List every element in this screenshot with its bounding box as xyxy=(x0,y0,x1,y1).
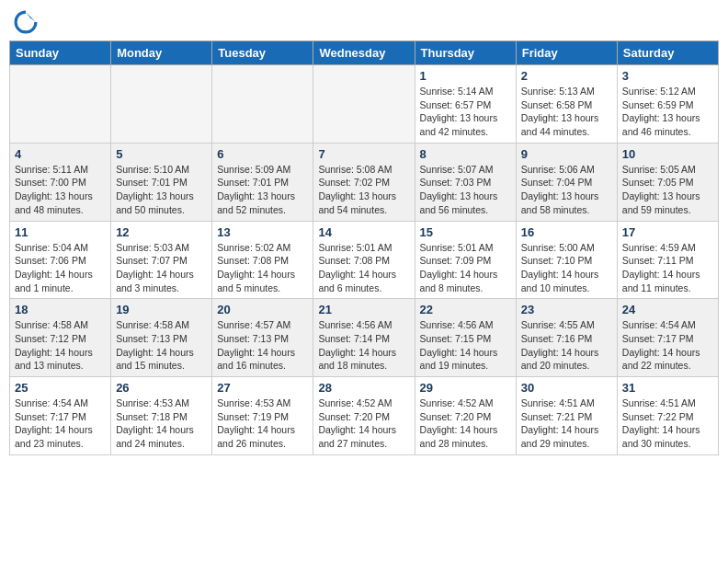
week-row-1: 1Sunrise: 5:14 AMSunset: 6:57 PMDaylight… xyxy=(10,65,719,144)
calendar-cell: 15Sunrise: 5:01 AMSunset: 7:09 PMDayligh… xyxy=(415,221,516,299)
page-header xyxy=(9,9,719,35)
week-row-3: 11Sunrise: 5:04 AMSunset: 7:06 PMDayligh… xyxy=(10,221,719,299)
calendar-cell: 20Sunrise: 4:57 AMSunset: 7:13 PMDayligh… xyxy=(212,299,313,377)
day-info: Sunrise: 5:00 AMSunset: 7:10 PMDaylight:… xyxy=(521,241,612,295)
day-number: 23 xyxy=(521,303,612,316)
calendar-cell: 26Sunrise: 4:53 AMSunset: 7:18 PMDayligh… xyxy=(111,377,212,455)
day-number: 4 xyxy=(15,147,106,161)
day-number: 13 xyxy=(217,225,308,239)
calendar-cell xyxy=(10,65,111,144)
day-number: 22 xyxy=(420,303,511,316)
day-header-monday: Monday xyxy=(111,41,212,65)
day-number: 3 xyxy=(622,69,713,83)
day-number: 19 xyxy=(116,303,207,316)
calendar-cell: 6Sunrise: 5:09 AMSunset: 7:01 PMDaylight… xyxy=(212,143,313,221)
day-number: 7 xyxy=(318,147,409,161)
day-number: 24 xyxy=(622,303,713,316)
day-info: Sunrise: 4:51 AMSunset: 7:22 PMDaylight:… xyxy=(622,396,713,451)
day-info: Sunrise: 5:01 AMSunset: 7:09 PMDaylight:… xyxy=(420,241,511,295)
day-info: Sunrise: 4:53 AMSunset: 7:18 PMDaylight:… xyxy=(116,396,207,451)
day-info: Sunrise: 5:04 AMSunset: 7:06 PMDaylight:… xyxy=(15,241,106,295)
day-info: Sunrise: 4:57 AMSunset: 7:13 PMDaylight:… xyxy=(217,318,308,373)
day-number: 21 xyxy=(318,303,409,316)
calendar-cell: 10Sunrise: 5:05 AMSunset: 7:05 PMDayligh… xyxy=(617,143,718,221)
day-info: Sunrise: 4:51 AMSunset: 7:21 PMDaylight:… xyxy=(521,396,612,451)
calendar-cell: 12Sunrise: 5:03 AMSunset: 7:07 PMDayligh… xyxy=(111,221,212,299)
day-number: 1 xyxy=(420,69,511,83)
logo-icon xyxy=(13,9,39,35)
day-number: 11 xyxy=(15,225,106,239)
calendar-cell: 24Sunrise: 4:54 AMSunset: 7:17 PMDayligh… xyxy=(617,299,718,377)
day-number: 26 xyxy=(116,381,207,395)
day-header-tuesday: Tuesday xyxy=(212,41,313,65)
calendar-cell: 13Sunrise: 5:02 AMSunset: 7:08 PMDayligh… xyxy=(212,221,313,299)
day-number: 25 xyxy=(15,381,106,395)
day-number: 17 xyxy=(622,225,713,239)
day-info: Sunrise: 5:13 AMSunset: 6:58 PMDaylight:… xyxy=(521,85,612,139)
day-info: Sunrise: 5:08 AMSunset: 7:02 PMDaylight:… xyxy=(318,163,409,217)
day-info: Sunrise: 4:52 AMSunset: 7:20 PMDaylight:… xyxy=(420,396,511,451)
day-number: 20 xyxy=(217,303,308,316)
calendar-cell: 14Sunrise: 5:01 AMSunset: 7:08 PMDayligh… xyxy=(313,221,415,299)
day-number: 15 xyxy=(420,225,511,239)
calendar-cell: 11Sunrise: 5:04 AMSunset: 7:06 PMDayligh… xyxy=(10,221,111,299)
calendar-cell: 4Sunrise: 5:11 AMSunset: 7:00 PMDaylight… xyxy=(10,143,111,221)
day-header-friday: Friday xyxy=(516,41,617,65)
day-number: 31 xyxy=(622,381,713,395)
day-number: 9 xyxy=(521,147,612,161)
day-info: Sunrise: 5:09 AMSunset: 7:01 PMDaylight:… xyxy=(217,163,308,217)
day-info: Sunrise: 5:11 AMSunset: 7:00 PMDaylight:… xyxy=(15,163,106,217)
calendar-cell: 25Sunrise: 4:54 AMSunset: 7:17 PMDayligh… xyxy=(10,377,111,455)
day-info: Sunrise: 4:53 AMSunset: 7:19 PMDaylight:… xyxy=(217,396,308,451)
day-info: Sunrise: 5:06 AMSunset: 7:04 PMDaylight:… xyxy=(521,163,612,217)
day-header-thursday: Thursday xyxy=(415,41,516,65)
day-info: Sunrise: 5:03 AMSunset: 7:07 PMDaylight:… xyxy=(116,241,207,295)
day-number: 6 xyxy=(217,147,308,161)
calendar-cell: 17Sunrise: 4:59 AMSunset: 7:11 PMDayligh… xyxy=(617,221,718,299)
calendar-cell: 5Sunrise: 5:10 AMSunset: 7:01 PMDaylight… xyxy=(111,143,212,221)
day-number: 30 xyxy=(521,381,612,395)
day-number: 8 xyxy=(420,147,511,161)
day-info: Sunrise: 4:52 AMSunset: 7:20 PMDaylight:… xyxy=(318,396,409,451)
day-number: 14 xyxy=(318,225,409,239)
day-headers-row: SundayMondayTuesdayWednesdayThursdayFrid… xyxy=(10,41,719,65)
day-info: Sunrise: 4:56 AMSunset: 7:15 PMDaylight:… xyxy=(420,318,511,373)
day-info: Sunrise: 4:58 AMSunset: 7:13 PMDaylight:… xyxy=(116,318,207,373)
calendar-cell: 27Sunrise: 4:53 AMSunset: 7:19 PMDayligh… xyxy=(212,377,313,455)
calendar-cell: 16Sunrise: 5:00 AMSunset: 7:10 PMDayligh… xyxy=(516,221,617,299)
calendar-cell xyxy=(111,65,212,144)
day-number: 18 xyxy=(15,303,106,316)
day-info: Sunrise: 4:54 AMSunset: 7:17 PMDaylight:… xyxy=(622,318,713,373)
day-info: Sunrise: 5:12 AMSunset: 6:59 PMDaylight:… xyxy=(622,85,713,139)
logo xyxy=(13,9,42,35)
week-row-4: 18Sunrise: 4:58 AMSunset: 7:12 PMDayligh… xyxy=(10,299,719,377)
day-info: Sunrise: 5:07 AMSunset: 7:03 PMDaylight:… xyxy=(420,163,511,217)
day-info: Sunrise: 5:02 AMSunset: 7:08 PMDaylight:… xyxy=(217,241,308,295)
day-info: Sunrise: 4:56 AMSunset: 7:14 PMDaylight:… xyxy=(318,318,409,373)
calendar-cell: 30Sunrise: 4:51 AMSunset: 7:21 PMDayligh… xyxy=(516,377,617,455)
calendar-table: SundayMondayTuesdayWednesdayThursdayFrid… xyxy=(9,40,719,455)
day-number: 5 xyxy=(116,147,207,161)
calendar-cell: 3Sunrise: 5:12 AMSunset: 6:59 PMDaylight… xyxy=(617,65,718,144)
calendar-cell: 29Sunrise: 4:52 AMSunset: 7:20 PMDayligh… xyxy=(415,377,516,455)
calendar-cell xyxy=(313,65,415,144)
calendar-cell: 28Sunrise: 4:52 AMSunset: 7:20 PMDayligh… xyxy=(313,377,415,455)
day-info: Sunrise: 4:59 AMSunset: 7:11 PMDaylight:… xyxy=(622,241,713,295)
calendar-cell: 19Sunrise: 4:58 AMSunset: 7:13 PMDayligh… xyxy=(111,299,212,377)
day-number: 27 xyxy=(217,381,308,395)
day-number: 12 xyxy=(116,225,207,239)
calendar-cell: 8Sunrise: 5:07 AMSunset: 7:03 PMDaylight… xyxy=(415,143,516,221)
week-row-5: 25Sunrise: 4:54 AMSunset: 7:17 PMDayligh… xyxy=(10,377,719,455)
calendar-cell: 2Sunrise: 5:13 AMSunset: 6:58 PMDaylight… xyxy=(516,65,617,144)
day-number: 2 xyxy=(521,69,612,83)
day-info: Sunrise: 4:55 AMSunset: 7:16 PMDaylight:… xyxy=(521,318,612,373)
day-number: 29 xyxy=(420,381,511,395)
calendar-cell: 31Sunrise: 4:51 AMSunset: 7:22 PMDayligh… xyxy=(617,377,718,455)
day-number: 16 xyxy=(521,225,612,239)
day-header-saturday: Saturday xyxy=(617,41,718,65)
day-info: Sunrise: 5:01 AMSunset: 7:08 PMDaylight:… xyxy=(318,241,409,295)
calendar-cell: 21Sunrise: 4:56 AMSunset: 7:14 PMDayligh… xyxy=(313,299,415,377)
calendar-cell: 1Sunrise: 5:14 AMSunset: 6:57 PMDaylight… xyxy=(415,65,516,144)
day-header-sunday: Sunday xyxy=(10,41,111,65)
day-header-wednesday: Wednesday xyxy=(313,41,415,65)
